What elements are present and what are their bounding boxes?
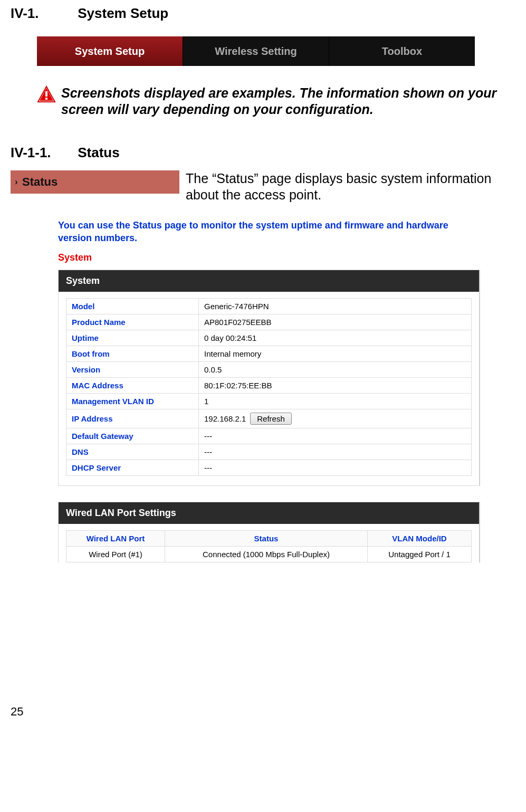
lan-status-cell: Connected (1000 Mbps Full-Duplex) <box>165 546 368 562</box>
subsection-number: IV-1-1. <box>11 145 74 161</box>
system-label: System <box>58 252 480 263</box>
warning-text: Screenshots displayed are examples. The … <box>61 85 515 118</box>
table-row: DHCP Server--- <box>66 460 472 475</box>
table-row: Uptime 0 day 00:24:51 <box>66 330 472 346</box>
row-value: --- <box>199 460 472 475</box>
svg-rect-2 <box>45 91 47 97</box>
table-row: IP Address192.168.2.1Refresh <box>66 409 472 428</box>
row-key: Product Name <box>66 314 199 330</box>
row-value: 80:1F:02:75:EE:BB <box>199 377 472 393</box>
row-value: 0.0.5 <box>199 361 472 377</box>
row-value: --- <box>199 444 472 460</box>
nav-bar: System Setup Wireless Setting Toolbox <box>37 36 475 66</box>
table-row: Management VLAN ID1 <box>66 393 472 409</box>
row-value: AP801F0275EEBB <box>199 314 472 330</box>
row-key: IP Address <box>66 409 199 428</box>
section-heading: IV-1. System Setup <box>11 5 515 22</box>
system-panel: System ModelGeneric-7476HPNProduct NameA… <box>58 270 480 486</box>
subsection-title: Status <box>78 145 119 160</box>
lan-vlan-cell: Untagged Port / 1 <box>368 546 472 562</box>
row-value: Internal memory <box>199 346 472 361</box>
row-key: DNS <box>66 444 199 460</box>
lan-header-port: Wired LAN Port <box>66 530 165 546</box>
row-value: 0 day 00:24:51 <box>199 330 472 346</box>
row-value: 192.168.2.1Refresh <box>199 409 472 428</box>
row-key: Default Gateway <box>66 428 199 444</box>
row-value: 1 <box>199 393 472 409</box>
table-row: Product NameAP801F0275EEBB <box>66 314 472 330</box>
status-page-intro: You can use the Status page to monitor t… <box>58 219 480 245</box>
row-key: Uptime <box>66 330 199 346</box>
table-row: Boot fromInternal memory <box>66 346 472 361</box>
tab-label: Toolbox <box>382 45 422 58</box>
row-key: DHCP Server <box>66 460 199 475</box>
system-panel-header: System <box>59 270 479 292</box>
lan-header-vlan: VLAN Mode/ID <box>368 530 472 546</box>
warning-block: Screenshots displayed are examples. The … <box>37 85 515 118</box>
lan-row: Wired Port (#1) Connected (1000 Mbps Ful… <box>66 546 472 562</box>
system-table: ModelGeneric-7476HPNProduct NameAP801F02… <box>66 298 472 476</box>
table-row: Default Gateway--- <box>66 428 472 444</box>
lan-header-status: Status <box>165 530 368 546</box>
table-row: ModelGeneric-7476HPN <box>66 298 472 314</box>
row-key: MAC Address <box>66 377 199 393</box>
table-row: Version0.0.5 <box>66 361 472 377</box>
row-value: --- <box>199 428 472 444</box>
tab-label: Wireless Setting <box>215 45 297 58</box>
status-badge: › Status <box>11 170 179 194</box>
section-number: IV-1. <box>11 5 74 22</box>
screenshot-area: You can use the Status page to monitor t… <box>58 219 480 562</box>
status-description: The “Status” page displays basic system … <box>186 170 515 204</box>
chevron-right-icon: › <box>11 177 22 187</box>
row-value: Generic-7476HPN <box>199 298 472 314</box>
status-badge-label: Status <box>22 175 58 189</box>
lan-port-cell: Wired Port (#1) <box>66 546 165 562</box>
lan-table: Wired LAN Port Status VLAN Mode/ID Wired… <box>66 530 472 562</box>
row-key: Boot from <box>66 346 199 361</box>
section-title: System Setup <box>78 5 168 21</box>
table-row: MAC Address80:1F:02:75:EE:BB <box>66 377 472 393</box>
row-key: Management VLAN ID <box>66 393 199 409</box>
subsection-heading: IV-1-1. Status <box>11 145 515 161</box>
tab-label: System Setup <box>75 45 145 58</box>
table-row: DNS--- <box>66 444 472 460</box>
page-number: 25 <box>11 705 515 719</box>
row-key: Version <box>66 361 199 377</box>
svg-rect-3 <box>45 98 47 100</box>
lan-panel-header: Wired LAN Port Settings <box>59 502 479 524</box>
tab-system-setup[interactable]: System Setup <box>37 36 183 66</box>
tab-wireless-setting[interactable]: Wireless Setting <box>183 36 329 66</box>
status-row: › Status The “Status” page displays basi… <box>11 170 515 204</box>
refresh-button[interactable]: Refresh <box>250 413 292 425</box>
tab-toolbox[interactable]: Toolbox <box>329 36 475 66</box>
row-key: Model <box>66 298 199 314</box>
warning-icon <box>37 85 56 106</box>
lan-panel: Wired LAN Port Settings Wired LAN Port S… <box>58 502 480 562</box>
